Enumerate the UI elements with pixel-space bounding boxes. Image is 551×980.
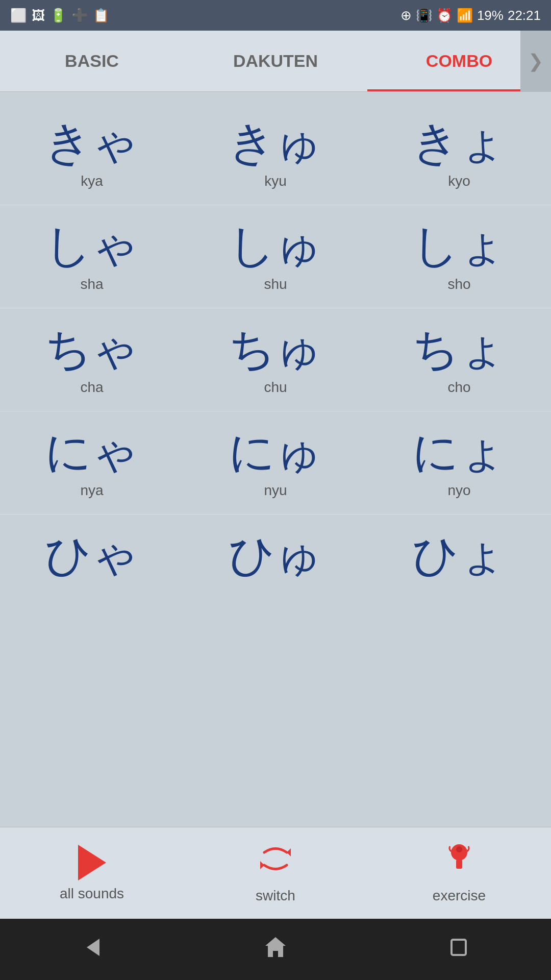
kana-cell-cha[interactable]: ちゃ cha <box>0 308 184 411</box>
kana-roman-nyu: nyu <box>264 482 287 499</box>
status-right: ⊕ 📳 ⏰ 📶 19% 22:21 <box>400 8 541 23</box>
status-left: ⬜ 🖼 🔋 ➕ 📋 <box>10 8 109 23</box>
bottom-bar: all sounds switch exercise <box>0 827 551 919</box>
kana-char-hyo: ひょ <box>412 530 506 580</box>
kana-char-cha: ちゃ <box>45 324 139 374</box>
all-sounds-label: all sounds <box>60 886 124 902</box>
back-nav-button[interactable] <box>79 935 105 965</box>
kana-roman-kyo: kyo <box>448 173 470 189</box>
kana-char-kya: きゃ <box>45 117 139 168</box>
chevron-right-icon[interactable]: ❯ <box>520 31 551 92</box>
svg-marker-6 <box>265 937 286 957</box>
kana-cell-nyo[interactable]: にょ nyo <box>367 411 551 514</box>
main-content: きゃ kya きゅ kyu きょ kyo しゃ sha しゅ shu しょ sh… <box>0 92 551 827</box>
kana-cell-kya[interactable]: きゃ kya <box>0 102 184 205</box>
kana-cell-chu[interactable]: ちゅ chu <box>184 308 367 411</box>
nav-bar <box>0 919 551 980</box>
tab-bar: BASIC DAKUTEN COMBO ❯ <box>0 31 551 92</box>
signal-icon: 📶 <box>457 8 473 23</box>
kana-char-nyo: にょ <box>412 427 506 477</box>
kana-roman-shu: shu <box>264 276 287 292</box>
kana-cell-kyo[interactable]: きょ kyo <box>367 102 551 205</box>
kana-char-kyu: きゅ <box>229 117 322 168</box>
tab-basic[interactable]: BASIC <box>0 31 184 91</box>
kana-roman-nyo: nyo <box>447 482 470 499</box>
kana-cell-shu[interactable]: しゅ shu <box>184 205 367 308</box>
kana-roman-kya: kya <box>81 173 103 189</box>
kana-char-kyo: きょ <box>412 117 506 168</box>
kana-roman-chu: chu <box>264 379 287 396</box>
svg-point-4 <box>456 846 462 852</box>
kana-cell-sha[interactable]: しゃ sha <box>0 205 184 308</box>
sd-icon: 📋 <box>93 8 109 23</box>
kana-cell-kyu[interactable]: きゅ kyu <box>184 102 367 205</box>
battery-level: 19% <box>477 8 504 23</box>
all-sounds-button[interactable]: all sounds <box>0 845 184 902</box>
add-icon: ➕ <box>71 8 88 23</box>
status-bar: ⬜ 🖼 🔋 ➕ 📋 ⊕ 📳 ⏰ 📶 19% 22:21 <box>0 0 551 31</box>
alarm-icon: ⏰ <box>436 8 453 23</box>
kana-char-nyu: にゅ <box>229 427 322 477</box>
kana-cell-hya[interactable]: ひゃ <box>0 514 184 601</box>
switch-icon <box>259 842 292 883</box>
gps-icon: ⊕ <box>400 8 412 23</box>
kana-roman-cha: cha <box>80 379 103 396</box>
app-icon: ⬜ <box>10 8 27 23</box>
kana-roman-kyu: kyu <box>264 173 287 189</box>
kana-char-hyu: ひゅ <box>229 530 322 580</box>
kana-cell-cho[interactable]: ちょ cho <box>367 308 551 411</box>
svg-marker-1 <box>260 861 264 869</box>
svg-rect-3 <box>456 860 462 869</box>
kana-roman-cho: cho <box>447 379 470 396</box>
kana-cell-nya[interactable]: にゃ nya <box>0 411 184 514</box>
photo-icon: 🖼 <box>32 8 45 23</box>
tab-dakuten[interactable]: DAKUTEN <box>184 31 367 91</box>
kana-cell-nyu[interactable]: にゅ nyu <box>184 411 367 514</box>
kana-char-chu: ちゅ <box>229 324 322 374</box>
recents-nav-button[interactable] <box>446 935 472 965</box>
exercise-button[interactable]: exercise <box>367 842 551 904</box>
kana-grid: きゃ kya きゅ kyu きょ kyo しゃ sha しゅ shu しょ sh… <box>0 102 551 601</box>
svg-rect-7 <box>452 940 466 955</box>
kana-roman-sho: sho <box>447 276 470 292</box>
svg-marker-0 <box>287 848 291 856</box>
kana-cell-hyu[interactable]: ひゅ <box>184 514 367 601</box>
vibrate-icon: 📳 <box>416 8 432 23</box>
kana-char-sha: しゃ <box>45 220 139 271</box>
battery-alert-icon: 🔋 <box>50 8 66 23</box>
kana-char-hya: ひゃ <box>45 530 139 580</box>
kana-char-shu: しゅ <box>229 220 322 271</box>
home-nav-button[interactable] <box>263 935 288 965</box>
kana-cell-hyo[interactable]: ひょ <box>367 514 551 601</box>
switch-label: switch <box>256 888 295 904</box>
kana-char-cho: ちょ <box>412 324 506 374</box>
kana-roman-nya: nya <box>80 482 103 499</box>
brain-icon <box>443 842 476 883</box>
svg-marker-5 <box>87 939 99 956</box>
time-display: 22:21 <box>508 8 541 23</box>
exercise-label: exercise <box>433 888 486 904</box>
kana-roman-sha: sha <box>80 276 103 292</box>
switch-button[interactable]: switch <box>184 842 367 904</box>
kana-char-sho: しょ <box>412 220 506 271</box>
kana-cell-sho[interactable]: しょ sho <box>367 205 551 308</box>
kana-char-nya: にゃ <box>45 427 139 477</box>
play-icon <box>78 845 106 880</box>
